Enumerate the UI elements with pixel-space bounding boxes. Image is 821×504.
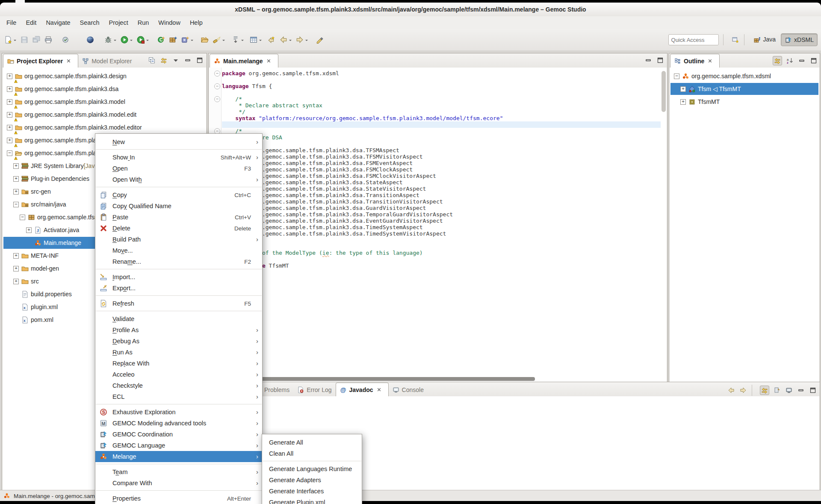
submenu-item-generate-adapters[interactable]: Generate Adapters	[262, 475, 362, 486]
annotations-button[interactable]	[232, 35, 244, 45]
expand-icon[interactable]: +	[7, 112, 12, 118]
expand-icon[interactable]: +	[680, 99, 686, 105]
perspective-button-xdsml[interactable]: xDSML	[781, 33, 818, 46]
quick-access-input[interactable]	[668, 34, 719, 45]
expand-icon[interactable]: +	[680, 86, 686, 92]
context-menu-item-copy[interactable]: CopyCtrl+C	[95, 189, 262, 200]
context-menu-item-open-with[interactable]: Open With›	[95, 174, 262, 185]
explorer-tab-model-explorer[interactable]: Model Explorer	[78, 55, 136, 68]
close-tab-icon[interactable]	[376, 387, 382, 392]
view-tab-console[interactable]: Console	[389, 383, 428, 396]
forward-button[interactable]	[296, 35, 308, 45]
new-class-button[interactable]: C	[157, 35, 165, 45]
context-menu-item-exhaustive-exploration[interactable]: SExhaustive Exploration›	[95, 407, 262, 418]
context-menu-item-validate[interactable]: Validate	[95, 313, 262, 324]
dropdown-caret-icon[interactable]	[146, 40, 149, 42]
submenu-item-clean-all[interactable]: Clean All	[262, 448, 362, 459]
tree-item-org-gemoc-sample-tfsm-plaink3-model-editor[interactable]: +org.gemoc.sample.tfsm.plaink3.model.edi…	[3, 121, 205, 133]
context-menu-item-move[interactable]: Move...	[95, 245, 262, 256]
expand-icon[interactable]: +	[26, 227, 32, 233]
context-menu-item-acceleo[interactable]: Acceleo›	[95, 369, 262, 380]
table-button[interactable]	[250, 35, 262, 45]
console-view-button[interactable]	[785, 386, 793, 395]
context-menu-item-new[interactable]: New›	[95, 136, 262, 147]
context-menu-item-run-as[interactable]: Run As›	[95, 347, 262, 358]
context-menu-item-gemoc-modeling-advanced-tools[interactable]: MGEMOC Modeling advanced tools›	[95, 418, 262, 429]
search-button[interactable]	[213, 35, 225, 45]
explorer-tab-project-explorer[interactable]: Project Explorer	[3, 54, 78, 68]
menubar-item-window[interactable]: Window	[154, 16, 185, 29]
tree-item-tfsmmt[interactable]: +TfsmMT	[670, 96, 818, 108]
view-tab-error-log[interactable]: Error Log	[293, 383, 335, 396]
maximize-button[interactable]	[656, 56, 664, 65]
new-package-button[interactable]	[169, 35, 177, 45]
submenu-item-generate-interfaces[interactable]: Generate Interfaces	[262, 486, 362, 497]
task-button[interactable]	[62, 35, 69, 45]
minimize-button[interactable]	[797, 386, 805, 395]
view-menu-button[interactable]	[171, 56, 180, 65]
run-button[interactable]	[121, 35, 133, 45]
context-menu-item-open[interactable]: OpenF3	[95, 163, 262, 174]
collapse-icon[interactable]: −	[13, 202, 19, 207]
open-resource-button[interactable]	[201, 35, 209, 45]
menubar-item-search[interactable]: Search	[75, 16, 104, 29]
dropdown-caret-icon[interactable]	[222, 40, 225, 42]
minimize-button[interactable]	[644, 56, 653, 65]
dropdown-caret-icon[interactable]	[259, 40, 262, 42]
context-menu-item-ecl[interactable]: ECL›	[95, 391, 262, 402]
maximize-button[interactable]	[195, 56, 204, 65]
collapse-all-button[interactable]	[148, 56, 156, 65]
menubar-item-run[interactable]: Run	[133, 16, 154, 29]
context-menu-item-refresh[interactable]: RefreshF5	[95, 298, 262, 309]
window-titlebar[interactable]: xDSML – org.gemoc.sample.tfsm.plaink3.xd…	[0, 3, 821, 17]
new-wizard-button[interactable]	[4, 35, 16, 45]
menubar-item-file[interactable]: File	[2, 16, 21, 29]
context-menu-item-debug-as[interactable]: Debug As›	[95, 336, 262, 347]
context-menu-item-properties[interactable]: PropertiesAlt+Enter	[95, 493, 262, 504]
expand-icon[interactable]: +	[13, 163, 19, 169]
debug-button[interactable]	[104, 35, 116, 45]
expand-icon[interactable]: +	[13, 279, 19, 284]
last-edit-location-button[interactable]	[268, 35, 275, 45]
forward-nav-button[interactable]	[739, 386, 747, 395]
context-menu-item-build-path[interactable]: Build Path›	[95, 234, 262, 245]
context-menu-item-copy-qualified-name[interactable]: Copy Qualified Name	[95, 200, 262, 212]
dropdown-caret-icon[interactable]	[305, 40, 308, 42]
context-menu-item-export[interactable]: Export...	[95, 283, 262, 294]
new-plugin-button[interactable]	[181, 35, 193, 45]
context-menu-item-replace-with[interactable]: Replace With›	[95, 358, 262, 369]
context-menu-item-paste[interactable]: PasteCtrl+V	[95, 212, 262, 223]
expand-icon[interactable]: +	[7, 99, 12, 105]
fold-collapse-icon[interactable]: −	[214, 96, 220, 102]
outline-tab-outline[interactable]: Outline	[670, 54, 720, 68]
editor-vertical-scrollbar[interactable]	[662, 71, 666, 112]
coverage-button[interactable]	[137, 35, 149, 45]
context-menu-item-rename[interactable]: Rename...F2	[95, 256, 262, 267]
link-with-editor-button[interactable]	[773, 56, 782, 65]
open-perspective-button[interactable]	[731, 35, 740, 44]
dropdown-caret-icon[interactable]	[114, 40, 116, 42]
context-menu-item-profile-as[interactable]: Profile As›	[95, 324, 262, 336]
pin-button[interactable]	[773, 386, 781, 395]
back-nav-button[interactable]	[727, 386, 735, 395]
tree-item-org-gemoc-sample-tfsm-plaink3-model-edit[interactable]: +org.gemoc.sample.tfsm.plaink3.model.edi…	[3, 109, 205, 121]
link-with-editor-button[interactable]	[159, 56, 168, 65]
tree-item-org-gemoc-sample-tfsm-plaink3-dsa[interactable]: +org.gemoc.sample.tfsm.plaink3.dsa	[3, 83, 205, 95]
editor-tab-main-melange[interactable]: Main.melange	[210, 54, 278, 68]
maximize-button[interactable]	[809, 56, 818, 65]
close-tab-icon[interactable]	[266, 58, 272, 64]
menubar-item-edit[interactable]: Edit	[21, 16, 41, 29]
context-menu-item-show-in[interactable]: Show InShift+Alt+W›	[95, 152, 262, 163]
dropdown-caret-icon[interactable]	[241, 40, 244, 42]
submenu-item-generate-languages-runtime[interactable]: Generate Languages Runtime	[262, 463, 362, 475]
back-button[interactable]	[280, 35, 292, 45]
menubar-item-help[interactable]: Help	[185, 16, 207, 29]
menubar-item-project[interactable]: Project	[104, 16, 133, 29]
link-with-editor-button[interactable]	[760, 386, 769, 395]
menubar-item-navigate[interactable]: Navigate	[41, 16, 75, 29]
collapse-icon[interactable]: −	[674, 74, 679, 79]
context-menu-item-team[interactable]: Team›	[95, 466, 262, 477]
print-button[interactable]	[44, 35, 52, 45]
context-menu-item-checkstyle[interactable]: Checkstyle›	[95, 380, 262, 391]
tree-item-org-gemoc-sample-tfsm-plaink3-design[interactable]: +org.gemoc.sample.tfsm.plaink3.design	[3, 70, 205, 82]
